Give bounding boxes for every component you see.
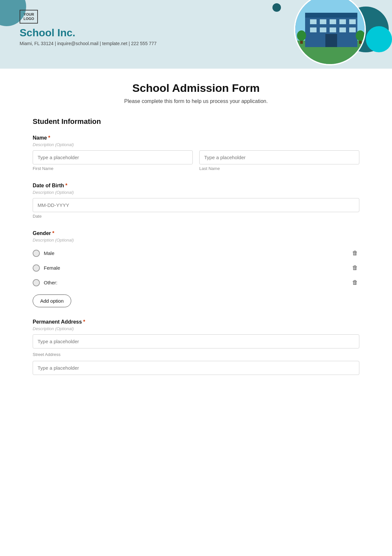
svg-rect-3: [305, 13, 357, 18]
address-label: Permanent Address *: [33, 319, 359, 325]
svg-rect-9: [310, 27, 317, 32]
dob-required-star: *: [65, 183, 67, 189]
last-name-col: Last Name: [199, 150, 359, 171]
radio-male-label: Male: [44, 250, 55, 256]
dob-sublabel: Date: [33, 214, 359, 219]
svg-rect-8: [349, 19, 356, 24]
gender-required-star: *: [52, 230, 54, 236]
section-student-info: Student Information: [33, 117, 359, 126]
dob-label: Date of Birth *: [33, 183, 359, 189]
school-photo-circle: [294, 0, 366, 65]
form-subtitle: Please complete this form to help us pro…: [33, 98, 359, 104]
dob-description: Description (Optional): [33, 190, 359, 195]
last-name-sublabel: Last Name: [199, 166, 359, 171]
radio-other-label: Other:: [44, 280, 57, 285]
logo-box: YOUR LOGO: [20, 10, 38, 24]
address-description: Description (Optional): [33, 326, 359, 331]
school-building-svg: [295, 0, 366, 65]
svg-rect-11: [330, 27, 336, 32]
gender-label: Gender *: [33, 230, 359, 236]
svg-point-16: [297, 30, 306, 41]
delete-other-icon[interactable]: 🗑: [351, 278, 359, 287]
address-field-group: Permanent Address * Description (Optiona…: [33, 319, 359, 375]
svg-rect-4: [310, 19, 317, 24]
add-option-button[interactable]: Add option: [33, 295, 71, 307]
name-field-row: First Name Last Name: [33, 150, 359, 171]
add-option-label: Add option: [40, 298, 64, 304]
gender-option-other: Other: 🗑: [33, 275, 359, 290]
first-name-sublabel: First Name: [33, 166, 193, 171]
name-required-star: *: [48, 135, 50, 141]
svg-rect-6: [330, 19, 336, 24]
svg-rect-5: [320, 19, 326, 24]
gender-option-female: Female 🗑: [33, 261, 359, 275]
radio-male[interactable]: [33, 250, 40, 257]
form-title: School Admission Form: [33, 82, 359, 94]
svg-point-18: [356, 30, 365, 41]
svg-rect-13: [349, 27, 356, 32]
svg-rect-7: [339, 19, 346, 24]
svg-rect-12: [339, 27, 346, 32]
city-address-input[interactable]: [33, 361, 359, 375]
radio-other[interactable]: [33, 279, 40, 286]
dob-input[interactable]: [33, 198, 359, 212]
logo-line2: LOGO: [24, 17, 34, 21]
radio-female-label: Female: [44, 265, 60, 271]
logo-line1: YOUR: [24, 12, 34, 16]
street-sublabel: Street Address: [33, 352, 359, 357]
name-field-group: Name * Description (Optional) First Name…: [33, 135, 359, 171]
dob-field-group: Date of Birth * Description (Optional) D…: [33, 183, 359, 219]
gender-description: Description (Optional): [33, 238, 359, 243]
street-address-input[interactable]: [33, 334, 359, 348]
page-header: YOUR LOGO School Inc. Miami, FL 33124 | …: [0, 0, 392, 69]
first-name-input[interactable]: [33, 150, 193, 164]
name-description: Description (Optional): [33, 142, 359, 147]
address-required-star: *: [83, 319, 85, 325]
delete-male-icon[interactable]: 🗑: [351, 248, 359, 258]
delete-female-icon[interactable]: 🗑: [351, 263, 359, 273]
radio-female[interactable]: [33, 264, 40, 272]
name-label: Name *: [33, 135, 359, 141]
svg-rect-10: [320, 27, 326, 32]
gender-field-group: Gender * Description (Optional) Male 🗑 F…: [33, 230, 359, 307]
main-content: School Admission Form Please complete th…: [0, 69, 392, 400]
svg-rect-14: [325, 34, 337, 47]
first-name-col: First Name: [33, 150, 193, 171]
gender-option-male: Male 🗑: [33, 246, 359, 261]
last-name-input[interactable]: [199, 150, 359, 164]
